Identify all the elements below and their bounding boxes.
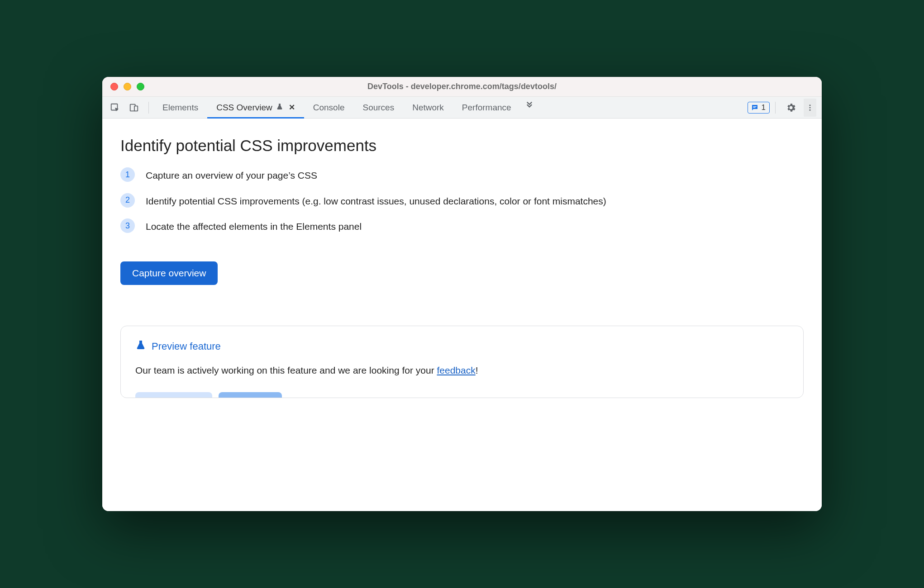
settings-icon[interactable] [784, 100, 798, 115]
kebab-menu-icon[interactable] [804, 99, 816, 117]
tab-network[interactable]: Network [403, 97, 453, 118]
step-item: 2 Identify potential CSS improvements (e… [120, 193, 804, 209]
step-number: 2 [120, 193, 135, 208]
window-title: DevTools - developer.chrome.com/tags/dev… [102, 82, 822, 91]
svg-rect-3 [753, 106, 757, 107]
preview-feature-title: Preview feature [152, 341, 221, 352]
step-text: Identify potential CSS improvements (e.g… [146, 193, 606, 209]
divider [775, 102, 776, 114]
divider [148, 102, 149, 114]
tab-sources[interactable]: Sources [353, 97, 403, 118]
minimize-window-button[interactable] [124, 83, 131, 90]
issues-badge[interactable]: 1 [748, 102, 770, 114]
page-heading: Identify potential CSS improvements [120, 137, 804, 155]
step-text: Capture an overview of your page’s CSS [146, 167, 317, 183]
flask-icon [135, 340, 146, 353]
window-controls [102, 83, 144, 90]
partial-button[interactable] [135, 392, 212, 398]
preview-feature-text: Our team is actively working on this fea… [135, 365, 789, 376]
svg-point-5 [810, 104, 811, 106]
preview-feature-card: Preview feature Our team is actively wor… [120, 326, 804, 398]
inspect-element-icon[interactable] [109, 101, 121, 114]
device-toggle-icon[interactable] [128, 101, 140, 114]
close-tab-icon[interactable]: ✕ [287, 103, 295, 112]
step-item: 1 Capture an overview of your page’s CSS [120, 167, 804, 183]
steps-list: 1 Capture an overview of your page’s CSS… [120, 167, 804, 234]
devtools-window: DevTools - developer.chrome.com/tags/dev… [102, 77, 822, 511]
tab-label: Performance [462, 103, 511, 113]
svg-rect-4 [753, 107, 755, 108]
close-window-button[interactable] [110, 83, 118, 90]
svg-point-7 [810, 109, 811, 110]
tab-label: CSS Overview [216, 103, 272, 113]
tab-elements[interactable]: Elements [153, 97, 207, 118]
tab-console[interactable]: Console [304, 97, 354, 118]
tab-label: Console [313, 103, 345, 113]
svg-rect-2 [134, 106, 138, 111]
panel-content: Identify potential CSS improvements 1 Ca… [102, 119, 822, 511]
step-text: Locate the affected elements in the Elem… [146, 218, 362, 234]
more-tabs-icon[interactable] [522, 97, 537, 111]
capture-overview-button[interactable]: Capture overview [120, 261, 218, 285]
feedback-link[interactable]: feedback [437, 365, 475, 375]
svg-point-6 [810, 107, 811, 108]
tab-css-overview[interactable]: CSS Overview ✕ [207, 97, 304, 118]
panel-tabs: Elements CSS Overview ✕ Console Sources … [153, 97, 520, 118]
partial-buttons [135, 392, 789, 398]
titlebar: DevTools - developer.chrome.com/tags/dev… [102, 77, 822, 97]
experiment-icon [276, 103, 283, 113]
step-number: 1 [120, 167, 135, 182]
tab-label: Sources [362, 103, 394, 113]
step-item: 3 Locate the affected elements in the El… [120, 218, 804, 234]
step-number: 3 [120, 218, 135, 233]
toolbar: Elements CSS Overview ✕ Console Sources … [102, 97, 822, 119]
tab-label: Network [412, 103, 444, 113]
tab-performance[interactable]: Performance [453, 97, 520, 118]
partial-button[interactable] [219, 392, 282, 398]
preview-feature-header: Preview feature [135, 340, 789, 353]
tab-label: Elements [162, 103, 198, 113]
message-icon [751, 104, 759, 112]
issues-count: 1 [762, 103, 766, 112]
maximize-window-button[interactable] [137, 83, 144, 90]
